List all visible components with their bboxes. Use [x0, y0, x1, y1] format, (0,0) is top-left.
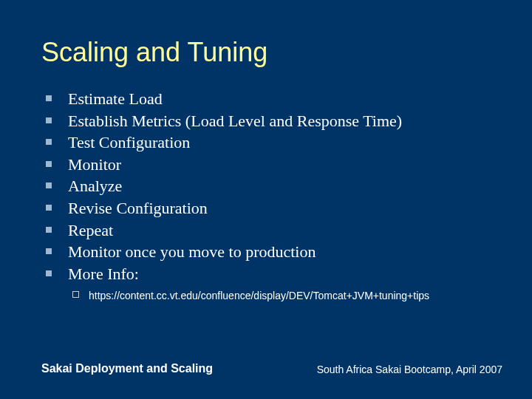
list-item: More Info: https://content.cc.vt.edu/con…: [41, 264, 491, 303]
footer-right: South Africa Sakai Bootcamp, April 2007: [317, 364, 502, 375]
slide: Scaling and Tuning Estimate Load Establi…: [0, 0, 532, 399]
bullet-text: Monitor: [68, 155, 121, 174]
bullet-text: Repeat: [68, 221, 113, 239]
sub-link-text: https://content.cc.vt.edu/confluence/dis…: [89, 290, 429, 301]
footer-left: Sakai Deployment and Scaling: [41, 362, 213, 375]
list-item: Estimate Load: [41, 89, 491, 110]
bullet-text: More Info:: [68, 265, 139, 283]
footer: Sakai Deployment and Scaling South Afric…: [41, 362, 502, 375]
sub-list-item: https://content.cc.vt.edu/confluence/dis…: [68, 289, 491, 302]
sub-list: https://content.cc.vt.edu/confluence/dis…: [68, 289, 491, 302]
list-item: Establish Metrics (Load Level and Respon…: [41, 111, 491, 132]
bullet-text: Analyze: [68, 177, 122, 195]
bullet-list: Estimate Load Establish Metrics (Load Le…: [41, 89, 491, 303]
bullet-text: Estimate Load: [68, 89, 163, 108]
list-item: Monitor: [41, 154, 491, 176]
bullet-text: Establish Metrics (Load Level and Respon…: [68, 112, 402, 130]
bullet-text: Revise Configuration: [68, 199, 208, 217]
list-item: Repeat: [41, 220, 491, 242]
slide-title: Scaling and Tuning: [41, 37, 491, 68]
bullet-text: Test Configuration: [68, 133, 190, 151]
list-item: Test Configuration: [41, 132, 491, 154]
bullet-text: Monitor once you move to production: [68, 242, 316, 261]
list-item: Analyze: [41, 176, 491, 197]
list-item: Monitor once you move to production: [41, 242, 491, 263]
list-item: Revise Configuration: [41, 198, 491, 219]
